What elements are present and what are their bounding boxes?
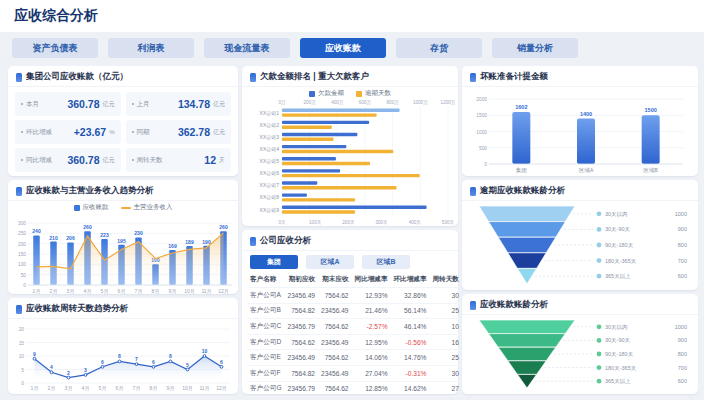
table-cell: 23456.49 — [318, 365, 352, 381]
main-tab-1[interactable]: 资产负债表 — [12, 38, 98, 58]
svg-text:180天-365天: 180天-365天 — [605, 258, 637, 264]
svg-text:260: 260 — [83, 224, 92, 230]
svg-text:0万: 0万 — [278, 100, 286, 105]
svg-text:XX公司1: XX公司1 — [260, 110, 280, 116]
table-cell: 16 — [429, 334, 461, 350]
panel-bad-debt: 坏账准备计提金额 05001000150020001602集团1400区域A15… — [462, 66, 698, 176]
dashboard-app: 应收综合分析 资产负债表利润表现金流量表应收账款存货销量分析 集团公司应收账款（… — [0, 0, 704, 400]
kpi-label: 环比增减 — [26, 128, 52, 137]
svg-text:400万: 400万 — [331, 100, 344, 105]
svg-text:6月: 6月 — [116, 385, 124, 392]
table-cell: 25 — [429, 303, 461, 319]
kpi-unit: % — [109, 129, 114, 135]
svg-text:90天-180天: 90天-180天 — [605, 242, 634, 248]
panel-header: 公司应收分析 — [242, 230, 458, 251]
table-cell: 23456.49 — [318, 303, 352, 319]
kpi-value: 134.78 — [178, 98, 210, 110]
kpi-label: 本月 — [26, 100, 39, 109]
kpi-unit: 亿元 — [213, 100, 225, 109]
main-tab-4[interactable]: 应收账款 — [300, 38, 386, 58]
svg-text:区域B: 区域B — [643, 167, 658, 173]
svg-text:XX公司9: XX公司9 — [260, 207, 280, 213]
table-cell: 客户公司F — [247, 365, 285, 381]
svg-text:1000: 1000 — [675, 211, 687, 217]
receivables-table: 客户名称期初应收期末应收同比增减率环比增减率周转天数 客户公司A23456.49… — [247, 272, 462, 400]
main-tab-6[interactable]: 销量分析 — [492, 38, 578, 58]
table-body: 客户公司A23456.497564.6212.93%32.86%30客户公司B7… — [247, 288, 462, 400]
main-tab-2[interactable]: 利润表 — [108, 38, 194, 58]
table-cell: 7564.62 — [318, 381, 352, 397]
kpi-bullet — [21, 131, 23, 133]
table-cell: 32.86% — [391, 288, 430, 304]
svg-text:XX公司6: XX公司6 — [260, 170, 280, 176]
table-row[interactable]: 客户公司C23456.797564.62-2.57%46.14%10 — [247, 319, 462, 335]
svg-text:10月: 10月 — [184, 288, 195, 295]
legend-swatch — [121, 207, 131, 209]
table-row[interactable]: 客户公司B7564.8223456.4921.46%56.14%25 — [247, 303, 462, 319]
svg-text:365天以上: 365天以上 — [605, 273, 631, 279]
table-row[interactable]: 客户公司A23456.497564.6212.93%32.86%30 — [247, 288, 462, 304]
document-icon — [470, 73, 476, 82]
svg-text:210: 210 — [49, 235, 58, 241]
table-header-cell: 环比增减率 — [391, 272, 430, 288]
svg-text:250: 250 — [18, 231, 26, 236]
kpi-bullet — [21, 159, 23, 161]
table-cell: 30 — [429, 288, 461, 304]
svg-text:30天-90天: 30天-90天 — [605, 226, 631, 232]
table-row[interactable]: 客户公司D7564.6223456.4912.95%-0.56%16 — [247, 334, 462, 350]
table-cell: 7564.62 — [285, 397, 319, 400]
svg-text:2: 2 — [67, 370, 70, 376]
svg-text:100: 100 — [18, 262, 26, 267]
svg-text:300: 300 — [18, 221, 26, 226]
table-cell: 23456.49 — [285, 350, 319, 366]
panel-header: 集团公司应收账款（亿元） — [8, 66, 238, 87]
table-tab-2[interactable]: 区域A — [306, 255, 354, 269]
svg-text:3月: 3月 — [67, 288, 75, 295]
table-cell: 10 — [429, 319, 461, 335]
svg-text:180天-365天: 180天-365天 — [605, 365, 637, 371]
main-tab-3[interactable]: 现金流量表 — [204, 38, 290, 58]
panel-receivables-table: 公司应收分析 集团区域A区域B 客户名称期初应收期末应收同比增减率环比增减率周转… — [242, 230, 458, 394]
kpi-label: 同期 — [137, 128, 150, 137]
kpi-bullet — [132, 103, 134, 105]
table-row[interactable]: 客户公司F7564.8223456.4927.04%-0.31%30 — [247, 365, 462, 381]
document-icon — [470, 301, 476, 310]
table-cell: 12.36% — [391, 397, 430, 400]
svg-text:900: 900 — [678, 226, 687, 232]
main-tabbar: 资产负债表利润表现金流量表应收账款存货销量分析 — [12, 38, 578, 58]
svg-text:240: 240 — [32, 228, 41, 234]
svg-text:1000万: 1000万 — [413, 100, 428, 105]
table-row[interactable]: 客户公司G23456.797564.6212.85%14.62%27 — [247, 381, 462, 397]
panel-title: 公司应收分析 — [260, 235, 311, 247]
table-header-row: 客户名称期初应收期末应收同比增减率环比增减率周转天数 — [247, 272, 462, 288]
svg-text:7: 7 — [135, 356, 138, 362]
table-cell: 27.04% — [352, 365, 391, 381]
svg-text:0: 0 — [484, 162, 487, 167]
svg-text:XX公司7: XX公司7 — [260, 182, 280, 188]
panel-header: 逾期应收账款账龄分析 — [462, 180, 698, 201]
table-cell: -0.31% — [391, 365, 430, 381]
table-tab-1[interactable]: 集团 — [250, 255, 298, 269]
main-tab-5[interactable]: 存货 — [396, 38, 482, 58]
kpi-value: +23.67 — [74, 126, 106, 138]
document-icon — [16, 187, 22, 196]
table-cell: 7564.82 — [285, 365, 319, 381]
table-cell: 客户公司A — [247, 288, 285, 304]
legend-label: 应收账款 — [83, 203, 109, 212]
svg-text:0: 0 — [21, 381, 24, 386]
svg-text:5月: 5月 — [99, 385, 107, 392]
kpi-bullet — [21, 103, 23, 105]
receivable-aging-funnel: 30天以内100030天-90天90090天-180天800180天-365天7… — [465, 315, 693, 393]
svg-text:集团: 集团 — [516, 167, 527, 174]
table-row[interactable]: 客户公司E23456.497564.6214.06%14.76%25 — [247, 350, 462, 366]
svg-text:7月: 7月 — [133, 385, 141, 392]
table-row[interactable]: 客户公司H7564.6223456.4924.36%12.36%20 — [247, 397, 462, 400]
legend-swatch — [356, 91, 362, 97]
kpi-bullet — [132, 159, 134, 161]
table-header-cell: 周转天数 — [429, 272, 461, 288]
table-tab-3[interactable]: 区域B — [362, 255, 410, 269]
legend-label: 欠款金额 — [318, 89, 344, 98]
svg-text:230: 230 — [134, 230, 143, 236]
kpi-value: 360.78 — [67, 98, 99, 110]
kpi-value: 360.78 — [67, 154, 99, 166]
